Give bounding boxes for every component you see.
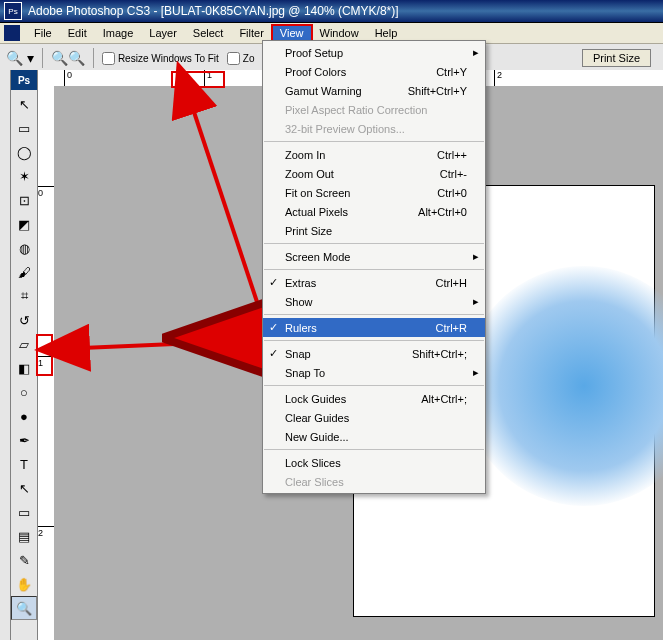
gradient-tool[interactable]: ◧ bbox=[11, 356, 37, 380]
menu-separator bbox=[264, 340, 484, 341]
menu-separator bbox=[264, 385, 484, 386]
menu-item-snap[interactable]: ✓SnapShift+Ctrl+; bbox=[263, 344, 485, 363]
resize-windows-check[interactable] bbox=[102, 52, 115, 65]
menu-item-screen-mode[interactable]: Screen Mode▸ bbox=[263, 247, 485, 266]
slice-tool[interactable]: ◩ bbox=[11, 212, 37, 236]
toolbox: Ps ↖▭◯✶⊡◩◍🖌⌗↺▱◧○●✒T↖▭▤✎✋🔍 bbox=[11, 70, 38, 640]
menu-item-shortcut: Ctrl+H bbox=[436, 277, 467, 289]
blur-tool[interactable]: ● bbox=[11, 404, 37, 428]
menu-separator bbox=[264, 243, 484, 244]
menu-item-actual-pixels[interactable]: Actual PixelsAlt+Ctrl+0 bbox=[263, 202, 485, 221]
history-tool[interactable]: ↺ bbox=[11, 308, 37, 332]
type-tool[interactable]: T bbox=[11, 452, 37, 476]
marquee-tool[interactable]: ▭ bbox=[11, 116, 37, 140]
menu-item-clear-guides[interactable]: Clear Guides bbox=[263, 408, 485, 427]
hand-tool[interactable]: ✋ bbox=[11, 572, 37, 596]
eyedropper-tool[interactable]: ✎ bbox=[11, 548, 37, 572]
toolbox-handle[interactable] bbox=[0, 70, 11, 640]
menu-item-new-guide[interactable]: New Guide... bbox=[263, 427, 485, 446]
notes-tool[interactable]: ▤ bbox=[11, 524, 37, 548]
lasso-tool[interactable]: ◯ bbox=[11, 140, 37, 164]
stamp-tool[interactable]: ⌗ bbox=[11, 284, 37, 308]
zoom-tool[interactable]: 🔍 bbox=[11, 596, 37, 620]
zoom-preset-controls[interactable]: 🔍🔍 bbox=[51, 50, 85, 66]
menu-item-pixel-aspect-ratio-correction: Pixel Aspect Ratio Correction bbox=[263, 100, 485, 119]
menu-item-extras[interactable]: ✓ExtrasCtrl+H bbox=[263, 273, 485, 292]
menu-layer[interactable]: Layer bbox=[141, 25, 185, 41]
menu-item-label: Zoom Out bbox=[285, 168, 334, 180]
eraser-tool[interactable]: ▱ bbox=[11, 332, 37, 356]
titlebar: Ps Adobe Photoshop CS3 - [BULAT-0K85CYAN… bbox=[0, 0, 663, 23]
menu-image[interactable]: Image bbox=[95, 25, 142, 41]
path-tool[interactable]: ↖ bbox=[11, 476, 37, 500]
shape-tool[interactable]: ▭ bbox=[11, 500, 37, 524]
toolbox-header-icon: Ps bbox=[11, 70, 37, 90]
ruler-tick: 1 bbox=[38, 356, 54, 368]
menu-edit[interactable]: Edit bbox=[60, 25, 95, 41]
dodge-tool[interactable]: ○ bbox=[11, 380, 37, 404]
menu-item-shortcut: Ctrl+Y bbox=[436, 66, 467, 78]
menu-item-label: 32-bit Preview Options... bbox=[285, 123, 405, 135]
menu-item-print-size[interactable]: Print Size bbox=[263, 221, 485, 240]
menu-window[interactable]: Window bbox=[312, 25, 367, 41]
menu-item-label: New Guide... bbox=[285, 431, 349, 443]
wand-tool[interactable]: ✶ bbox=[11, 164, 37, 188]
ruler-tick: 2 bbox=[38, 526, 54, 538]
menu-item-fit-on-screen[interactable]: Fit on ScreenCtrl+0 bbox=[263, 183, 485, 202]
submenu-arrow-icon: ▸ bbox=[473, 366, 479, 379]
menu-help[interactable]: Help bbox=[367, 25, 406, 41]
menu-file[interactable]: File bbox=[26, 25, 60, 41]
menu-item-shortcut: Ctrl++ bbox=[437, 149, 467, 161]
resize-windows-label: Resize Windows To Fit bbox=[118, 53, 219, 64]
menu-item-rulers[interactable]: ✓RulersCtrl+R bbox=[263, 318, 485, 337]
menu-separator bbox=[264, 269, 484, 270]
menu-item-label: Gamut Warning bbox=[285, 85, 362, 97]
zoom-check[interactable] bbox=[227, 52, 240, 65]
menu-item-label: Clear Guides bbox=[285, 412, 349, 424]
ruler-corner[interactable] bbox=[38, 70, 55, 87]
menu-item-label: Print Size bbox=[285, 225, 332, 237]
menu-view[interactable]: View bbox=[272, 25, 312, 41]
title-text: Adobe Photoshop CS3 - [BULAT-0K85CYAN.jp… bbox=[28, 4, 399, 18]
menu-item-label: Lock Guides bbox=[285, 393, 346, 405]
menu-item-shortcut: Ctrl+- bbox=[440, 168, 467, 180]
menu-item-shortcut: Alt+Ctrl+0 bbox=[418, 206, 467, 218]
menu-item-label: Screen Mode bbox=[285, 251, 350, 263]
menu-item-shortcut: Shift+Ctrl+Y bbox=[408, 85, 467, 97]
check-icon: ✓ bbox=[269, 347, 278, 360]
menu-item-clear-slices: Clear Slices bbox=[263, 472, 485, 491]
menu-item-proof-setup[interactable]: Proof Setup▸ bbox=[263, 43, 485, 62]
menu-item-32-bit-preview-options: 32-bit Preview Options... bbox=[263, 119, 485, 138]
vertical-ruler[interactable]: 0 1 2 bbox=[38, 86, 55, 640]
menu-item-label: Show bbox=[285, 296, 313, 308]
move-tool[interactable]: ↖ bbox=[11, 92, 37, 116]
submenu-arrow-icon: ▸ bbox=[473, 250, 479, 263]
crop-tool[interactable]: ⊡ bbox=[11, 188, 37, 212]
menu-item-lock-guides[interactable]: Lock GuidesAlt+Ctrl+; bbox=[263, 389, 485, 408]
menu-item-label: Proof Colors bbox=[285, 66, 346, 78]
menu-select[interactable]: Select bbox=[185, 25, 232, 41]
print-size-button[interactable]: Print Size bbox=[582, 49, 651, 67]
zoom-tool-icon: 🔍 ▾ bbox=[6, 50, 34, 66]
menu-item-label: Proof Setup bbox=[285, 47, 343, 59]
menu-item-zoom-out[interactable]: Zoom OutCtrl+- bbox=[263, 164, 485, 183]
menu-item-gamut-warning[interactable]: Gamut WarningShift+Ctrl+Y bbox=[263, 81, 485, 100]
menu-item-shortcut: Alt+Ctrl+; bbox=[421, 393, 467, 405]
menu-separator bbox=[264, 449, 484, 450]
menu-item-snap-to[interactable]: Snap To▸ bbox=[263, 363, 485, 382]
zoom-checkbox[interactable]: Zo bbox=[227, 52, 255, 65]
menu-item-lock-slices[interactable]: Lock Slices bbox=[263, 453, 485, 472]
ruler-tick: 2 bbox=[494, 70, 502, 86]
pen-tool[interactable]: ✒ bbox=[11, 428, 37, 452]
menu-item-proof-colors[interactable]: Proof ColorsCtrl+Y bbox=[263, 62, 485, 81]
menu-item-label: Clear Slices bbox=[285, 476, 344, 488]
menu-item-show[interactable]: Show▸ bbox=[263, 292, 485, 311]
brush-tool[interactable]: 🖌 bbox=[11, 260, 37, 284]
resize-windows-checkbox[interactable]: Resize Windows To Fit bbox=[102, 52, 219, 65]
healing-tool[interactable]: ◍ bbox=[11, 236, 37, 260]
menu-filter[interactable]: Filter bbox=[231, 25, 271, 41]
menu-item-label: Snap bbox=[285, 348, 311, 360]
menu-item-zoom-in[interactable]: Zoom InCtrl++ bbox=[263, 145, 485, 164]
menu-item-label: Lock Slices bbox=[285, 457, 341, 469]
separator bbox=[93, 48, 94, 68]
